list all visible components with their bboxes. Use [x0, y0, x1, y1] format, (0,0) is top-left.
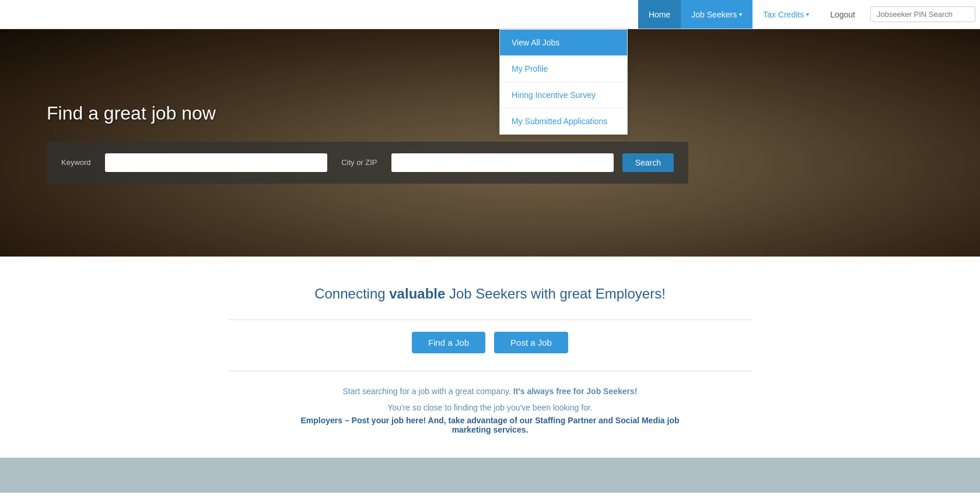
keyword-input[interactable]: [105, 153, 327, 172]
nav-home[interactable]: Home: [638, 0, 681, 29]
hero-content: Find a great job now Keyword City or ZIP…: [0, 103, 980, 184]
dropdown-submitted-applications[interactable]: My Submitted Applications: [500, 108, 627, 134]
info-line-3: Employers – Post your job here! And, tak…: [286, 416, 694, 434]
cta-buttons: Find a Job Post a Job: [12, 332, 968, 353]
dropdown-view-all-jobs[interactable]: View All Jobs: [500, 30, 627, 56]
city-zip-input[interactable]: [391, 153, 614, 172]
tagline: Connecting valuable Job Seekers with gre…: [12, 286, 968, 302]
dropdown-hiring-incentive-survey[interactable]: Hiring Incentive Survey: [500, 82, 627, 108]
hero-title: Find a great job now: [47, 103, 933, 124]
info-line-2: You're so close to finding the job you'v…: [286, 399, 694, 416]
footer: [0, 458, 980, 493]
dropdown-my-profile[interactable]: My Profile: [500, 56, 627, 82]
hero-section: Find a great job now Keyword City or ZIP…: [0, 29, 980, 257]
nav-job-seekers[interactable]: Job Seekers ▾: [681, 0, 752, 29]
hero-search-bar: Keyword City or ZIP Search: [47, 142, 688, 184]
info-bold: It's always free for Job Seekers!: [513, 387, 638, 396]
divider-bottom: [228, 371, 752, 371]
job-seekers-caret-icon: ▾: [739, 11, 742, 17]
main-content: Connecting valuable Job Seekers with gre…: [0, 257, 980, 458]
keyword-label: Keyword: [61, 158, 96, 167]
divider-top: [228, 320, 752, 320]
navbar: Home Job Seekers ▾ Tax Credits ▾ Logout: [0, 0, 980, 29]
pin-search-input[interactable]: [870, 6, 975, 22]
find-job-button[interactable]: Find a Job: [412, 332, 485, 353]
nav-logout[interactable]: Logout: [820, 0, 866, 29]
nav-tax-credits[interactable]: Tax Credits ▾: [752, 0, 820, 29]
info-line-1: Start searching for a job with a great c…: [286, 383, 694, 399]
tagline-part1: Connecting: [314, 286, 389, 301]
post-job-button[interactable]: Post a Job: [494, 332, 568, 353]
nav-links: Home Job Seekers ▾ Tax Credits ▾ Logout: [638, 0, 980, 29]
job-seekers-dropdown: View All Jobs My Profile Hiring Incentiv…: [499, 29, 628, 135]
tax-credits-caret-icon: ▾: [806, 11, 809, 17]
tagline-bold: valuable: [389, 286, 445, 301]
search-button[interactable]: Search: [622, 153, 674, 172]
tagline-part2: Job Seekers with great Employers!: [445, 286, 666, 301]
city-zip-label: City or ZIP: [336, 158, 383, 167]
info-part1: Start searching for a job with a great c…: [343, 387, 513, 396]
pin-search-container: [866, 0, 980, 29]
